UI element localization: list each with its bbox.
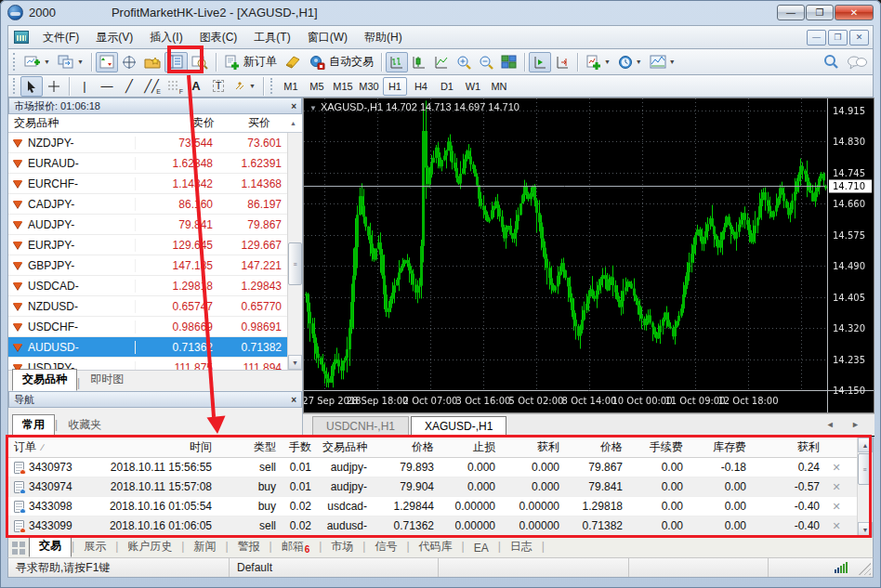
quote-row[interactable]: EURCHF-1.143421.14368 [8, 174, 287, 194]
candlestick-chart-button[interactable] [408, 52, 430, 72]
arrows-caret-icon[interactable]: ▼ [249, 83, 256, 89]
close-order-icon[interactable]: ✕ [825, 520, 848, 532]
toolbar-grip[interactable] [270, 78, 275, 93]
menu-item-i[interactable]: 插入(I) [141, 27, 191, 48]
orders-column-5[interactable]: 交易品种 [317, 439, 373, 455]
order-row[interactable]: 34330992018.10.16 01:06:05sell0.02audusd… [8, 516, 857, 536]
periods-caret-icon[interactable]: ▼ [636, 59, 642, 65]
terminal-tab-9[interactable]: 代码库 [410, 537, 462, 557]
timeframe-m30[interactable]: M30 [357, 77, 381, 96]
orders-column-3[interactable]: 类型 [217, 439, 282, 455]
scrollbar-thumb[interactable]: ≡ [858, 453, 872, 485]
profiles-caret-icon[interactable]: ▼ [77, 59, 84, 65]
strategy-tester-toggle[interactable] [188, 52, 212, 72]
menu-item-v[interactable]: 显示(V) [87, 27, 141, 48]
market-watch-close-icon[interactable]: × [291, 101, 296, 111]
navigator-tab-1[interactable]: 常用 [12, 414, 55, 437]
fibonacci-tool[interactable]: F [163, 76, 185, 97]
quote-row[interactable]: NZDUSD-0.657470.65770 [8, 296, 287, 317]
navigator-tab-2[interactable]: 收藏夹 [58, 414, 112, 437]
quote-row[interactable]: EURJPY-129.645129.667 [8, 235, 287, 255]
orders-column-2[interactable]: 时间 [101, 439, 217, 455]
order-row[interactable]: 34309742018.10.11 15:57:08buy0.01audjpy-… [8, 477, 857, 497]
order-row[interactable]: 34309732018.10.11 15:56:55sell0.01audjpy… [8, 458, 857, 477]
timeframe-mn[interactable]: MN [487, 77, 511, 96]
orders-column-9[interactable]: 价格 [565, 439, 628, 455]
data-window-toggle[interactable] [118, 52, 140, 72]
cursor-tool[interactable] [20, 76, 43, 97]
quote-row[interactable]: NZDJPY-73.54473.601 [8, 133, 287, 153]
auto-scroll-toggle[interactable] [551, 52, 573, 72]
terminal-tab-3[interactable]: 账户历史 [118, 537, 181, 557]
quote-row[interactable]: AUDJPY-79.84179.867 [8, 215, 287, 235]
community-chat-icon[interactable] [843, 52, 871, 72]
periods-button[interactable]: ▼ [614, 52, 646, 72]
line-chart-button[interactable] [430, 52, 453, 72]
scrollbar-thumb[interactable]: ≡ [288, 242, 302, 285]
scroll-down-icon[interactable]: ▼ [858, 522, 873, 537]
terminal-tab-10[interactable]: EA [465, 540, 498, 557]
timeframe-h4[interactable]: H4 [409, 77, 433, 96]
child-close-button[interactable]: ✕ [849, 30, 869, 46]
resize-grip[interactable] [859, 563, 871, 575]
timeframe-m1[interactable]: M1 [279, 77, 303, 96]
profiles-button[interactable]: ▼ [54, 52, 87, 72]
quick-trade-collapse-icon[interactable]: ▼ [309, 104, 317, 112]
terminal-toggle[interactable] [164, 52, 188, 72]
terminal-tab-1[interactable]: 交易 [29, 535, 72, 557]
orders-column-11[interactable]: 库存费 [689, 439, 752, 455]
market-watch-scrollbar[interactable]: ≡ ▼ [287, 133, 302, 370]
scroll-up-icon[interactable]: ▲ [284, 120, 302, 126]
chart-window-icon[interactable] [14, 31, 29, 44]
market-watch-tab-1[interactable]: 交易品种 [12, 369, 77, 391]
close-order-icon[interactable]: ✕ [825, 462, 848, 474]
text-tool[interactable]: A [185, 76, 207, 97]
autotrading-button[interactable]: 自动交易 [305, 52, 377, 72]
toolbar-grip[interactable] [13, 53, 18, 71]
vertical-line-tool[interactable]: | [73, 76, 96, 97]
trendline-tool[interactable]: ╱ [118, 76, 140, 97]
terminal-tab-6[interactable]: 邮箱6 [272, 537, 320, 557]
horizontal-line-tool[interactable]: — [96, 76, 118, 97]
quote-row[interactable]: CADJPY-86.16086.197 [8, 194, 287, 215]
timeframe-m15[interactable]: M15 [331, 77, 355, 96]
templates-button[interactable]: ▼ [646, 52, 679, 72]
terminal-tab-11[interactable]: 日志 [501, 537, 542, 557]
price-chart[interactable]: ▼XAGUSD-,H1 14.702 14.713 14.697 14.710 [303, 98, 874, 413]
scroll-up-icon[interactable]: ▲ [858, 438, 873, 452]
orders-column-7[interactable]: 止损 [440, 439, 501, 455]
new-chart-caret-icon[interactable]: ▼ [44, 59, 50, 65]
close-order-icon[interactable]: ✕ [825, 481, 848, 493]
indicators-button[interactable]: ▼ [582, 52, 614, 72]
navigator-toggle[interactable] [140, 52, 164, 72]
quote-row[interactable]: USDCHF-0.986690.98691 [8, 317, 287, 337]
terminal-tab-4[interactable]: 新闻 [184, 537, 225, 557]
chart-shift-toggle[interactable] [529, 52, 551, 72]
timeframe-m5[interactable]: M5 [305, 77, 329, 96]
search-icon[interactable] [819, 52, 843, 72]
orders-column-4[interactable]: 手数 [282, 439, 317, 455]
terminal-scrollbar[interactable]: ▲ ≡ ▼ [857, 438, 873, 537]
chart-tab-xagusdh1[interactable]: XAGUSD-,H1 [411, 416, 506, 436]
text-label-tool[interactable]: T [207, 76, 230, 97]
scroll-down-icon[interactable]: ▼ [288, 355, 302, 370]
new-order-button[interactable]: 新订单 [220, 52, 281, 72]
child-restore-button[interactable]: ❐ [828, 30, 848, 46]
navigator-close-icon[interactable]: × [291, 395, 296, 405]
chart-tab-scroll-icons[interactable]: ◄ ► [826, 420, 867, 429]
status-profile[interactable]: Default [230, 558, 439, 577]
menu-item-t[interactable]: 工具(T) [245, 27, 298, 48]
market-watch-toggle[interactable] [96, 52, 118, 72]
column-ask[interactable]: 买价 [220, 115, 276, 131]
menu-item-h[interactable]: 帮助(H) [356, 27, 411, 48]
quote-row[interactable]: USDCAD-1.298181.29843 [8, 276, 287, 296]
minimize-button[interactable]: — [777, 5, 805, 20]
terminal-tab-5[interactable]: 警报 [229, 537, 270, 557]
close-button[interactable]: ✕ [835, 5, 874, 20]
new-chart-button[interactable]: ▼ [20, 52, 54, 72]
menu-item-c[interactable]: 图表(C) [191, 27, 246, 48]
menu-item-f[interactable]: 文件(F) [34, 27, 87, 48]
arrows-tool[interactable]: ▼ [230, 76, 259, 97]
quote-row[interactable]: EURAUD-1.623481.62391 [8, 153, 287, 174]
zoom-out-button[interactable] [475, 52, 497, 72]
